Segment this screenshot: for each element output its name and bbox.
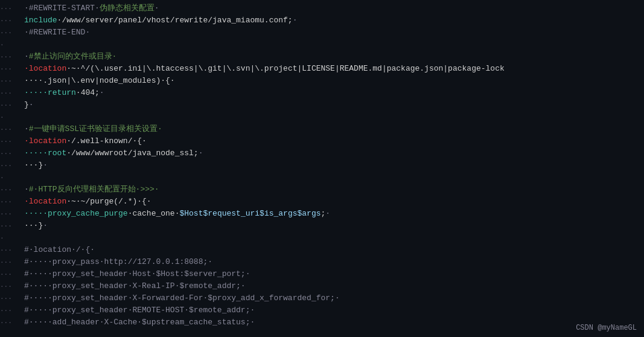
line-gutter: · <box>0 39 24 51</box>
code-line: · <box>0 111 644 123</box>
line-code: ····.json|\.env|node_modules)·{· <box>24 75 644 87</box>
line-code: #·····proxy_set_header·REMOTE-HOST·$remo… <box>24 304 644 316</box>
line-gutter: · <box>0 232 24 244</box>
line-code: ·#REWRITE-END· <box>24 27 644 39</box>
code-line: ···#·····proxy_set_header·REMOTE-HOST·$r… <box>0 304 644 316</box>
code-line: ···}· <box>0 99 644 111</box>
code-line: ···#·····add_header·X-Cache·$upstream_ca… <box>0 316 644 329</box>
code-line: ······}· <box>0 220 644 232</box>
code-line: ····location·/.well-known/·{· <box>0 135 644 147</box>
code-line: ····#REWRITE-START·伪静态相关配置· <box>0 2 644 14</box>
code-editor: ····#REWRITE-START·伪静态相关配置····include·/w… <box>0 0 644 337</box>
line-gutter: ··· <box>0 208 24 220</box>
line-gutter: ··· <box>0 304 24 316</box>
line-gutter: ··· <box>0 159 24 172</box>
line-code: #·····proxy_set_header·Host·$Host:$serve… <box>24 268 644 280</box>
line-code: #·····proxy_set_header·X-Real-IP·$remote… <box>24 280 644 292</box>
line-gutter: · <box>0 111 24 123</box>
line-gutter: ··· <box>0 196 24 208</box>
line-gutter: ··· <box>0 123 24 135</box>
line-gutter: ··· <box>0 220 24 232</box>
code-line: · <box>0 39 644 51</box>
line-gutter: ··· <box>0 280 24 292</box>
line-gutter: ··· <box>0 292 24 304</box>
line-code: ·location·/.well-known/·{· <box>24 135 644 147</box>
code-line: ···#·····proxy_set_header·X-Real-IP·$rem… <box>0 280 644 292</box>
line-code: ·#·HTTP反向代理相关配置开始·>>>· <box>24 184 644 196</box>
code-line: ······}· <box>0 159 644 172</box>
line-gutter: ··· <box>0 51 24 63</box>
line-code: #·location·/·{· <box>24 244 644 256</box>
line-gutter: ··· <box>0 87 24 99</box>
line-gutter: ··· <box>0 256 24 268</box>
line-code: #·····add_header·X-Cache·$upstream_cache… <box>24 316 644 329</box>
line-gutter: ··· <box>0 75 24 87</box>
code-line: · <box>0 232 644 244</box>
code-line: ····#一键申请SSL证书验证目录相关设置· <box>0 123 644 135</box>
line-code: #·····proxy_pass·http://127.0.0.1:8088;· <box>24 256 644 268</box>
code-line: · <box>0 172 644 184</box>
line-code: ·location·~·^/(\.user.ini|\.htaccess|\.g… <box>24 63 644 75</box>
line-gutter: ··· <box>0 99 24 111</box>
code-line: ····location·~·^/(\.user.ini|\.htaccess|… <box>0 63 644 75</box>
code-line: ·······.json|\.env|node_modules)·{· <box>0 75 644 87</box>
line-code: ·····return·404;· <box>24 87 644 99</box>
line-gutter: ··· <box>0 2 24 14</box>
line-code: ·#禁止访问的文件或目录· <box>24 51 644 63</box>
line-gutter: ··· <box>0 184 24 196</box>
line-gutter: ··· <box>0 14 24 27</box>
line-gutter: ··· <box>0 244 24 256</box>
line-gutter: ··· <box>0 147 24 159</box>
code-line: ····#禁止访问的文件或目录· <box>0 51 644 63</box>
line-code: ···}· <box>24 220 644 232</box>
watermark-text: CSDN @myNameGL <box>576 324 637 332</box>
line-code: ·····root·/www/wwwroot/java_node_ssl;· <box>24 147 644 159</box>
line-code: ···}· <box>24 159 644 172</box>
line-gutter: ··· <box>0 27 24 39</box>
code-line: ···#·····proxy_set_header·Host·$Host:$se… <box>0 268 644 280</box>
line-gutter: · <box>0 172 24 184</box>
code-line: ········return·404;· <box>0 87 644 99</box>
line-gutter: ··· <box>0 135 24 147</box>
line-code: ·#REWRITE-START·伪静态相关配置· <box>24 2 644 14</box>
code-line: ········proxy_cache_purge·cache_one·$Hos… <box>0 208 644 220</box>
code-line: ········root·/www/wwwroot/java_node_ssl;… <box>0 147 644 159</box>
code-line: ···#·····proxy_pass·http://127.0.0.1:808… <box>0 256 644 268</box>
code-line: ···include·/www/server/panel/vhost/rewri… <box>0 14 644 27</box>
line-code: ·#一键申请SSL证书验证目录相关设置· <box>24 123 644 135</box>
code-line: ···#·location·/·{· <box>0 244 644 256</box>
code-line: ···#·····proxy_set_header·X-Forwarded-Fo… <box>0 292 644 304</box>
line-gutter: ··· <box>0 316 24 329</box>
line-code: ·····proxy_cache_purge·cache_one·$Host$r… <box>24 208 644 220</box>
code-line: ····#REWRITE-END· <box>0 27 644 39</box>
line-code: #·····proxy_set_header·X-Forwarded-For·$… <box>24 292 644 304</box>
line-gutter: ··· <box>0 63 24 75</box>
line-code: include·/www/server/panel/vhost/rewrite/… <box>24 14 644 27</box>
line-gutter: ··· <box>0 268 24 280</box>
code-line: ····location·~·~/purge(/.*)·{· <box>0 196 644 208</box>
line-code: }· <box>24 99 644 111</box>
code-line: ····#·HTTP反向代理相关配置开始·>>>· <box>0 184 644 196</box>
line-code: ·location·~·~/purge(/.*)·{· <box>24 196 644 208</box>
